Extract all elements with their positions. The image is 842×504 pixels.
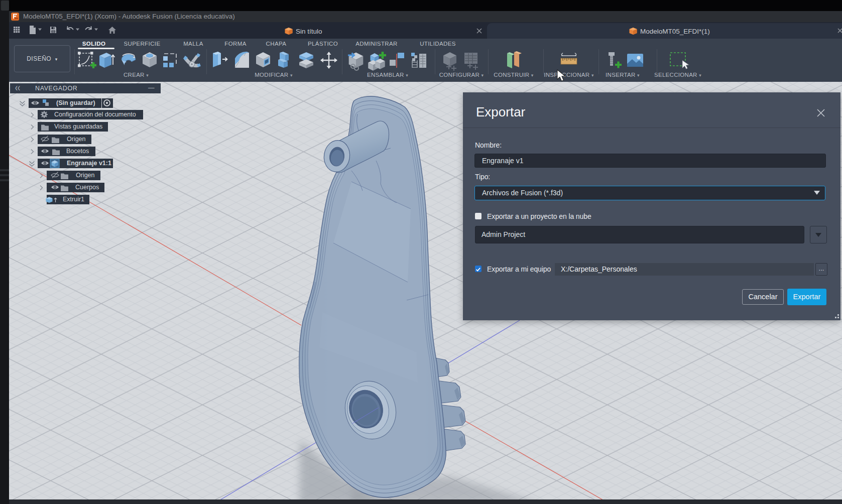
svg-text:ModeloMT05_EFDI*(1): ModeloMT05_EFDI*(1) — [640, 28, 710, 35]
svg-text:Sin título: Sin título — [296, 28, 322, 35]
